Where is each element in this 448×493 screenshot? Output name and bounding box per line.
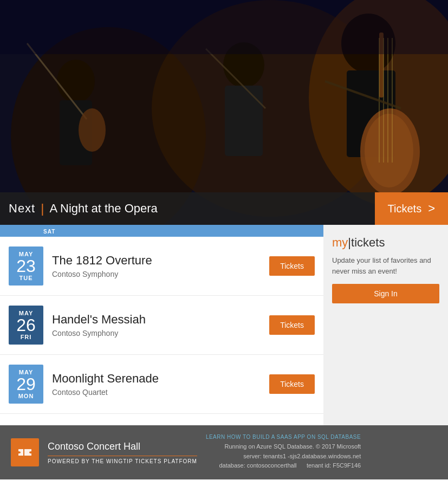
event-info: The 1812 Overture Contoso Symphony (52, 254, 261, 278)
event-tickets-button[interactable]: Tickets (269, 256, 315, 276)
partial-day-label: SAT (43, 229, 55, 235)
event-day: 23 (16, 257, 36, 275)
footer-detail3: database: contosoconcerthall tenant id: … (206, 461, 361, 471)
event-info: Handel's Messiah Contoso Symphony (52, 313, 261, 338)
footer-learn-label: LEARN HOW TO BUILD A SAAS APP ON SQL DAT… (206, 434, 361, 440)
event-venue: Contoso Symphony (52, 329, 261, 338)
event-venue: Contoso Quartet (52, 388, 261, 397)
footer-tenant: tenant id: F5C9F146 (307, 462, 361, 469)
partial-date-bar: SAT (0, 225, 323, 237)
footer: Contoso Concert Hall POWERED BY THE WING… (0, 425, 448, 479)
event-item: MAY 26 FRI Handel's Messiah Contoso Symp… (0, 296, 323, 355)
event-date-badge: MAY 23 TUE (9, 246, 43, 286)
sidebar: my|tickets Update your list of favorites… (323, 225, 448, 425)
svg-point-7 (79, 108, 106, 152)
event-day: 29 (16, 375, 36, 393)
hero-tickets-button[interactable]: Tickets > (375, 192, 448, 225)
footer-database: database: contosoconcerthall (219, 462, 296, 469)
svg-point-15 (365, 114, 413, 187)
hero-bar: Next | A Night at the Opera Tickets > (0, 192, 448, 225)
footer-powered-label: POWERED BY THE WINGTIP TICKETS PLATFORM (48, 456, 197, 464)
footer-brand-section: Contoso Concert Hall POWERED BY THE WING… (48, 441, 197, 464)
mytickets-title: my|tickets (332, 236, 439, 250)
event-day: 26 (16, 316, 36, 334)
footer-brand-name: Contoso Concert Hall (48, 441, 197, 452)
hero-tickets-label: Tickets (388, 203, 422, 215)
event-info: Moonlight Serenade Contoso Quartet (52, 372, 261, 397)
signin-button[interactable]: Sign In (332, 284, 439, 303)
footer-logo (11, 438, 39, 466)
svg-rect-21 (0, 0, 448, 54)
hero-event-title: A Night at the Opera (49, 202, 157, 216)
events-list[interactable]: MAY 23 TUE The 1812 Overture Contoso Sym… (0, 237, 323, 414)
event-name: The 1812 Overture (52, 254, 261, 268)
mytickets-suffix: tickets (351, 236, 385, 249)
event-venue: Contoso Symphony (52, 270, 261, 278)
event-item: MAY 23 TUE The 1812 Overture Contoso Sym… (0, 237, 323, 296)
event-date-badge: MAY 26 FRI (9, 306, 43, 345)
ticket-icon (16, 444, 34, 461)
footer-info: LEARN HOW TO BUILD A SAAS APP ON SQL DAT… (206, 434, 361, 471)
event-dow: TUE (20, 275, 33, 281)
mytickets-prefix: my (332, 236, 348, 249)
footer-detail1: Running on Azure SQL Database. © 2017 Mi… (206, 442, 361, 452)
hero-background (0, 0, 448, 225)
svg-point-4 (57, 60, 95, 103)
event-date-badge: MAY 29 MON (9, 365, 43, 404)
hero-section: Next | A Night at the Opera Tickets > (0, 0, 448, 225)
hero-chevron-icon: > (428, 202, 435, 216)
event-dow: FRI (21, 334, 32, 340)
event-name: Handel's Messiah (52, 313, 261, 327)
svg-rect-22 (23, 449, 24, 456)
hero-separator: | (41, 201, 44, 216)
event-item: MAY 29 MON Moonlight Serenade Contoso Qu… (0, 355, 323, 414)
mytickets-description: Update your list of favorites and never … (332, 255, 439, 276)
svg-rect-9 (225, 86, 263, 156)
footer-detail2: server: tenants1 -sjs2.database.windows.… (206, 452, 361, 462)
event-dow: MON (18, 393, 34, 399)
event-tickets-button[interactable]: Tickets (269, 374, 315, 394)
event-name: Moonlight Serenade (52, 372, 261, 386)
event-tickets-button[interactable]: Tickets (269, 315, 315, 335)
main-content: SAT MAY 23 TUE The 1812 Overture Contoso… (0, 225, 448, 425)
hero-next-label: Next (9, 202, 35, 216)
footer-details: Running on Azure SQL Database. © 2017 Mi… (206, 442, 361, 471)
hero-illustration (0, 0, 448, 225)
events-section: SAT MAY 23 TUE The 1812 Overture Contoso… (0, 225, 323, 425)
